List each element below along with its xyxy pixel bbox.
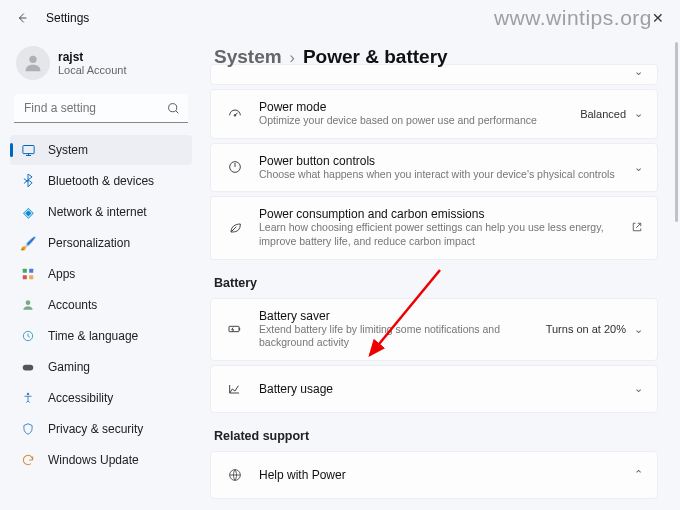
card-power-mode[interactable]: Power mode Optimize your device based on… <box>210 89 658 139</box>
system-icon <box>20 142 36 158</box>
nav-label: Apps <box>48 267 75 281</box>
nav-item-system[interactable]: System <box>10 135 192 165</box>
battery-usage-title: Battery usage <box>259 382 634 396</box>
power-mode-value[interactable]: Balanced <box>580 108 626 120</box>
titlebar: Settings ✕ <box>0 0 680 36</box>
user-block[interactable]: rajst Local Account <box>10 42 192 92</box>
nav-item-privacy-security[interactable]: Privacy & security <box>10 414 192 444</box>
avatar <box>16 46 50 80</box>
settings-window: Settings ✕ rajst Local Account SystemBlu… <box>0 0 680 510</box>
carbon-sub: Learn how choosing efficient power setti… <box>259 221 631 248</box>
chevron-down-icon: ⌄ <box>634 161 643 174</box>
carbon-title: Power consumption and carbon emissions <box>259 207 631 221</box>
sidebar: rajst Local Account SystemBluetooth & de… <box>0 36 200 510</box>
chevron-up-icon: ⌃ <box>634 468 643 481</box>
nav-label: Time & language <box>48 329 138 343</box>
nav-label: Privacy & security <box>48 422 143 436</box>
power-button-sub: Choose what happens when you interact wi… <box>259 168 634 182</box>
nav-label: System <box>48 143 88 157</box>
chart-icon <box>225 381 245 397</box>
help-link-row: Adjusting power and sleep settings <box>210 503 658 510</box>
external-link-icon <box>631 221 643 235</box>
access-icon <box>20 390 36 406</box>
power-mode-sub: Optimize your device based on power use … <box>259 114 580 128</box>
chevron-down-icon: ⌄ <box>634 382 643 395</box>
svg-rect-6 <box>29 275 33 279</box>
card-power-button[interactable]: Power button controls Choose what happen… <box>210 143 658 193</box>
apps-icon <box>20 266 36 282</box>
svg-point-7 <box>26 300 31 305</box>
user-sub: Local Account <box>58 64 127 76</box>
nav-item-personalization[interactable]: 🖌️Personalization <box>10 228 192 258</box>
chevron-down-icon: ⌄ <box>634 107 643 120</box>
body: rajst Local Account SystemBluetooth & de… <box>0 36 680 510</box>
svg-point-10 <box>27 393 29 395</box>
search-icon <box>167 101 180 119</box>
chevron-down-icon: ⌄ <box>634 65 643 78</box>
close-button[interactable]: ✕ <box>648 8 668 28</box>
bluetooth-icon <box>20 173 36 189</box>
svg-rect-4 <box>29 269 33 273</box>
scrollbar-thumb[interactable] <box>675 42 678 222</box>
nav-label: Network & internet <box>48 205 147 219</box>
battery-saver-value: Turns on at 20% <box>546 323 626 335</box>
chevron-down-icon: ⌄ <box>634 323 643 336</box>
card-battery-saver[interactable]: Battery saver Extend battery life by lim… <box>210 298 658 361</box>
back-button[interactable] <box>12 8 32 28</box>
brush-icon: 🖌️ <box>20 235 36 251</box>
nav-item-bluetooth-devices[interactable]: Bluetooth & devices <box>10 166 192 196</box>
nav-label: Accounts <box>48 298 97 312</box>
section-related: Related support <box>214 429 658 443</box>
nav-list: SystemBluetooth & devices◈Network & inte… <box>10 135 192 475</box>
svg-rect-3 <box>23 269 27 273</box>
clock-icon <box>20 328 36 344</box>
svg-point-1 <box>169 104 177 112</box>
nav-item-windows-update[interactable]: Windows Update <box>10 445 192 475</box>
nav-label: Windows Update <box>48 453 139 467</box>
leaf-icon <box>225 220 245 236</box>
nav-label: Gaming <box>48 360 90 374</box>
power-icon <box>225 159 245 175</box>
section-battery: Battery <box>214 276 658 290</box>
nav-label: Bluetooth & devices <box>48 174 154 188</box>
person-icon <box>20 297 36 313</box>
help-title: Help with Power <box>259 468 634 482</box>
window-title: Settings <box>46 11 89 25</box>
battery-saver-icon <box>225 321 245 337</box>
scrollbar[interactable] <box>674 42 678 506</box>
svg-point-11 <box>234 114 236 116</box>
svg-point-0 <box>29 56 36 63</box>
battery-saver-sub: Extend battery life by limiting some not… <box>259 323 546 350</box>
nav-item-accounts[interactable]: Accounts <box>10 290 192 320</box>
search-box <box>14 94 188 123</box>
search-input[interactable] <box>14 94 188 123</box>
gauge-icon <box>225 106 245 122</box>
user-name: rajst <box>58 50 127 64</box>
nav-item-time-language[interactable]: Time & language <box>10 321 192 351</box>
nav-item-accessibility[interactable]: Accessibility <box>10 383 192 413</box>
nav-item-network-internet[interactable]: ◈Network & internet <box>10 197 192 227</box>
wifi-icon: ◈ <box>20 204 36 220</box>
svg-rect-2 <box>22 145 33 153</box>
breadcrumb-parent[interactable]: System <box>214 46 282 68</box>
power-mode-title: Power mode <box>259 100 580 114</box>
battery-saver-title: Battery saver <box>259 309 546 323</box>
globe-icon <box>225 467 245 483</box>
shield-icon <box>20 421 36 437</box>
breadcrumb-sep: › <box>290 49 295 67</box>
nav-label: Personalization <box>48 236 130 250</box>
main-content: System › Power & battery ⌄ Power mode Op… <box>200 36 680 510</box>
card-battery-usage[interactable]: Battery usage ⌄ <box>210 365 658 413</box>
nav-label: Accessibility <box>48 391 113 405</box>
card-help[interactable]: Help with Power ⌃ <box>210 451 658 499</box>
nav-item-gaming[interactable]: Gaming <box>10 352 192 382</box>
nav-item-apps[interactable]: Apps <box>10 259 192 289</box>
breadcrumb-current: Power & battery <box>303 46 448 68</box>
card-carbon[interactable]: Power consumption and carbon emissions L… <box>210 196 658 259</box>
svg-rect-5 <box>23 275 27 279</box>
update-icon <box>20 452 36 468</box>
svg-rect-13 <box>229 327 239 332</box>
svg-rect-9 <box>23 365 34 371</box>
game-icon <box>20 359 36 375</box>
power-button-title: Power button controls <box>259 154 634 168</box>
